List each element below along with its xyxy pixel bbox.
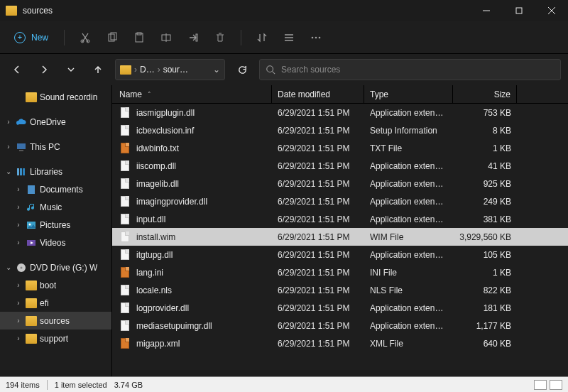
- chevron-right-icon[interactable]: ›: [4, 118, 13, 126]
- chevron-right-icon: ›: [158, 65, 160, 75]
- file-row[interactable]: imagingprovider.dll6/29/2021 1:51 PMAppl…: [112, 192, 568, 210]
- search-box[interactable]: [259, 59, 561, 80]
- file-row[interactable]: logprovider.dll6/29/2021 1:51 PMApplicat…: [112, 299, 568, 317]
- column-header-size[interactable]: Size: [453, 85, 517, 103]
- address-segment[interactable]: D…: [140, 65, 155, 75]
- sidebar-item[interactable]: ·Sound recordin: [0, 88, 111, 106]
- file-size: 822 KB: [453, 285, 517, 295]
- chevron-right-icon[interactable]: ›: [14, 299, 23, 307]
- paste-button[interactable]: [127, 26, 151, 50]
- chevron-right-icon[interactable]: ›: [14, 334, 23, 342]
- file-icon: [119, 178, 131, 190]
- svg-rect-24: [20, 168, 22, 175]
- file-row[interactable]: mediasetupuimgr.dll6/29/2021 1:51 PMAppl…: [112, 317, 568, 334]
- file-size: 925 KB: [453, 179, 517, 189]
- chevron-right-icon: ›: [134, 65, 137, 75]
- file-size: 753 KB: [453, 108, 517, 118]
- vid-icon: [26, 238, 37, 248]
- sidebar-item[interactable]: ›Pictures: [0, 216, 111, 234]
- file-name: locale.nls: [136, 285, 172, 295]
- thumbnails-view-button[interactable]: [550, 380, 562, 390]
- sidebar-item[interactable]: ›This PC: [0, 138, 111, 156]
- recent-dropdown[interactable]: [61, 60, 81, 80]
- sidebar-item[interactable]: ›support: [0, 330, 111, 347]
- search-icon: [266, 65, 275, 75]
- file-row[interactable]: iiscomp.dll6/29/2021 1:51 PMApplication …: [112, 157, 568, 175]
- file-row[interactable]: iasmigplugin.dll6/29/2021 1:51 PMApplica…: [112, 104, 568, 121]
- address-bar[interactable]: › D… › sour… ⌄: [115, 59, 225, 80]
- chevron-right-icon[interactable]: ›: [14, 203, 23, 211]
- chevron-right-icon[interactable]: ›: [14, 239, 23, 246]
- file-row[interactable]: migapp.xml6/29/2021 1:51 PMXML File640 K…: [112, 334, 568, 352]
- column-header-type[interactable]: Type: [364, 85, 453, 103]
- sidebar-item[interactable]: ›Videos: [0, 234, 111, 251]
- sidebar-item-label: sources: [40, 316, 70, 326]
- search-input[interactable]: [281, 65, 555, 75]
- chevron-right-icon[interactable]: ›: [14, 317, 23, 325]
- address-segment[interactable]: sour…: [163, 65, 188, 75]
- file-row[interactable]: imagelib.dll6/29/2021 1:51 PMApplication…: [112, 175, 568, 192]
- file-type: Setup Information: [364, 126, 453, 136]
- file-date: 6/29/2021 1:51 PM: [272, 268, 364, 278]
- navigation-pane[interactable]: ·Sound recordin›OneDrive›This PC⌄Librari…: [0, 85, 112, 376]
- sidebar-item[interactable]: ⌄DVD Drive (G:) W: [0, 258, 111, 276]
- sidebar-item[interactable]: ›OneDrive: [0, 113, 111, 131]
- file-row[interactable]: icbexclusion.inf6/29/2021 1:51 PMSetup I…: [112, 121, 568, 139]
- chevron-right-icon[interactable]: ›: [4, 143, 13, 151]
- address-row: › D… › sour… ⌄: [0, 54, 568, 85]
- file-row[interactable]: input.dll6/29/2021 1:51 PMApplication ex…: [112, 210, 568, 228]
- more-button[interactable]: [304, 26, 328, 50]
- share-button[interactable]: [181, 26, 205, 50]
- sidebar-item[interactable]: ›Documents: [0, 180, 111, 198]
- sidebar-item[interactable]: ›sources: [0, 312, 111, 330]
- cut-button[interactable]: [73, 26, 97, 50]
- file-row[interactable]: lang.ini6/29/2021 1:51 PMINI File1 KB: [112, 263, 568, 281]
- file-size: 249 KB: [453, 197, 517, 207]
- refresh-button[interactable]: [232, 60, 252, 80]
- svg-point-18: [319, 36, 321, 38]
- back-button[interactable]: [7, 60, 27, 80]
- file-icon: [119, 143, 131, 154]
- file-row[interactable]: install.wim6/29/2021 1:51 PMWIM File3,92…: [112, 228, 568, 246]
- svg-rect-25: [23, 168, 25, 175]
- file-row[interactable]: itgtupg.dll6/29/2021 1:51 PMApplication …: [112, 246, 568, 263]
- file-date: 6/29/2021 1:51 PM: [272, 126, 364, 136]
- details-view-button[interactable]: [534, 380, 547, 390]
- close-button[interactable]: [535, 0, 568, 21]
- delete-button[interactable]: [208, 26, 232, 50]
- file-size: 181 KB: [453, 303, 517, 313]
- sidebar-item[interactable]: ›efi: [0, 294, 111, 312]
- column-header-date[interactable]: Date modified: [272, 85, 364, 103]
- sidebar-item[interactable]: ⌄Libraries: [0, 163, 111, 180]
- chevron-down-icon[interactable]: ⌄: [4, 168, 13, 175]
- file-date: 6/29/2021 1:51 PM: [272, 143, 364, 153]
- svg-rect-1: [516, 8, 522, 13]
- column-header-date-label: Date modified: [278, 89, 330, 99]
- sidebar-item[interactable]: ›Music: [0, 198, 111, 216]
- new-button[interactable]: + New: [7, 28, 55, 48]
- column-header-name[interactable]: Name ˄: [112, 85, 272, 103]
- minimize-button[interactable]: [470, 0, 503, 21]
- chevron-right-icon[interactable]: ›: [14, 281, 23, 289]
- file-row[interactable]: idwbinfo.txt6/29/2021 1:51 PMTXT File1 K…: [112, 139, 568, 157]
- file-type: WIM File: [364, 232, 453, 242]
- rename-button[interactable]: [154, 26, 178, 50]
- sort-button[interactable]: [250, 26, 274, 50]
- file-name: mediasetupuimgr.dll: [136, 321, 212, 331]
- titlebar-folder-icon: [6, 6, 17, 16]
- sidebar-item[interactable]: ›boot: [0, 276, 111, 294]
- file-row[interactable]: locale.nls6/29/2021 1:51 PMNLS File822 K…: [112, 281, 568, 299]
- chevron-down-icon[interactable]: ⌄: [213, 65, 220, 75]
- svg-line-20: [273, 72, 275, 75]
- chevron-right-icon[interactable]: ›: [14, 221, 23, 229]
- maximize-button[interactable]: [503, 0, 535, 21]
- copy-button[interactable]: [100, 26, 124, 50]
- svg-point-19: [267, 66, 273, 72]
- view-button[interactable]: [277, 26, 301, 50]
- music-icon: [26, 202, 37, 212]
- up-button[interactable]: [88, 60, 108, 80]
- forward-button[interactable]: [34, 60, 54, 80]
- folder-icon: [26, 92, 37, 102]
- chevron-right-icon[interactable]: ›: [14, 185, 23, 193]
- chevron-down-icon[interactable]: ⌄: [4, 263, 13, 271]
